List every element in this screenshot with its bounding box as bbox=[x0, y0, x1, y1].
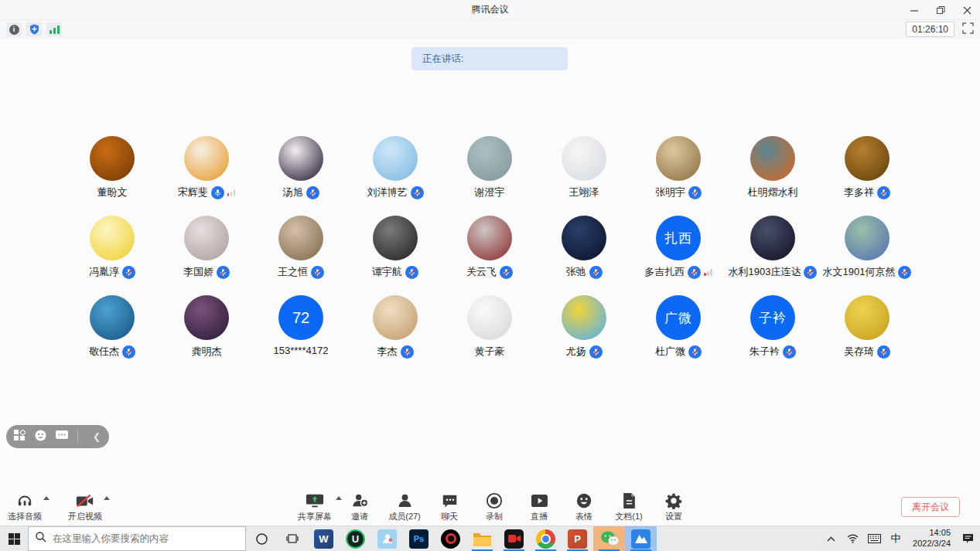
participant-tile[interactable]: 王之恒 bbox=[254, 216, 348, 279]
participant-avatar bbox=[562, 216, 606, 260]
participant-tile[interactable]: 谢澄宇 bbox=[442, 136, 537, 199]
meeting-toolbar: 选择音频开启视频 共享屏幕邀请成员(27)聊天录制直播表情文档(1)设置 离开会… bbox=[0, 489, 980, 525]
toolbar-share-screen-button[interactable]: 共享屏幕 bbox=[292, 491, 337, 522]
tray-expand-icon[interactable] bbox=[821, 526, 840, 551]
taskbar-app-photoshop-icon[interactable]: Ps bbox=[403, 526, 435, 551]
search-input[interactable] bbox=[53, 533, 238, 544]
participant-name: 刘洋博艺 bbox=[367, 185, 408, 199]
meeting-info-icon[interactable]: i bbox=[6, 22, 22, 36]
record-icon bbox=[486, 491, 503, 510]
captions-icon[interactable] bbox=[56, 430, 68, 444]
chat-icon bbox=[442, 491, 458, 510]
network-signal-icon[interactable] bbox=[46, 22, 62, 36]
dropdown-caret-icon[interactable] bbox=[104, 496, 110, 500]
participant-tile[interactable]: 子衿朱子衿 bbox=[726, 295, 820, 359]
participant-tile[interactable]: 李国娇 bbox=[159, 216, 254, 279]
taskbar-app-powerpoint-icon[interactable]: P bbox=[562, 526, 593, 551]
dropdown-caret-icon[interactable] bbox=[43, 496, 50, 500]
participant-name: 龚明杰 bbox=[192, 345, 222, 359]
participant-tile[interactable]: 龚明杰 bbox=[159, 295, 254, 359]
taskbar-app-explorer-icon[interactable] bbox=[466, 526, 498, 551]
toolbar-settings-button[interactable]: 设置 bbox=[651, 491, 696, 522]
action-center-icon[interactable] bbox=[958, 526, 977, 551]
security-shield-icon[interactable] bbox=[26, 22, 42, 36]
taskbar-app-word-icon[interactable]: W bbox=[308, 526, 340, 551]
participant-avatar bbox=[562, 136, 606, 181]
toolbar-chat-button[interactable]: 聊天 bbox=[427, 491, 472, 522]
meeting-timer: 01:26:10 bbox=[906, 22, 954, 37]
touch-keyboard-icon[interactable] bbox=[865, 526, 883, 551]
mic-muted-icon bbox=[122, 345, 135, 359]
task-view-icon[interactable] bbox=[277, 526, 308, 551]
participant-tile[interactable]: 汤旭 bbox=[254, 136, 348, 199]
gallery-layout-icon[interactable] bbox=[14, 430, 26, 444]
participant-name: 李杰 bbox=[377, 345, 398, 359]
taskbar-app-chrome-icon[interactable] bbox=[530, 526, 562, 551]
taskbar-app-meeting-icon[interactable] bbox=[625, 526, 657, 551]
participant-tile[interactable]: 李杰 bbox=[348, 295, 442, 359]
participant-tile[interactable]: 扎西多吉扎西 bbox=[631, 216, 726, 279]
toolbar-members-button[interactable]: 成员(27) bbox=[382, 491, 427, 522]
taskbar-app-wechat-icon[interactable] bbox=[593, 526, 625, 551]
participant-tile[interactable]: 张弛 bbox=[537, 216, 631, 279]
participant-tile[interactable]: 吴存琦 bbox=[820, 295, 914, 359]
participant-avatar bbox=[278, 136, 323, 181]
leave-meeting-button[interactable]: 离开会议 bbox=[901, 497, 960, 517]
reactions-icon[interactable] bbox=[35, 430, 46, 444]
taskbar-app-bluechat-icon[interactable] bbox=[371, 526, 403, 551]
collapse-pill-icon[interactable]: ❮ bbox=[87, 427, 106, 446]
minimize-button[interactable] bbox=[901, 0, 927, 20]
toolbar-record-button[interactable]: 录制 bbox=[472, 491, 517, 522]
layout-switcher-pill[interactable]: ❮ bbox=[6, 425, 109, 448]
cortana-icon[interactable] bbox=[246, 526, 277, 551]
participant-tile[interactable]: 尤扬 bbox=[537, 295, 631, 359]
taskbar-clock[interactable]: 14:05 2022/3/24 bbox=[908, 528, 955, 549]
mic-muted-icon bbox=[688, 345, 702, 359]
participant-tile[interactable]: 张明宇 bbox=[631, 136, 726, 199]
participant-tile[interactable]: 杜明熠水利 bbox=[726, 136, 820, 199]
toolbar-doc-button[interactable]: 文档(1) bbox=[606, 491, 651, 522]
ime-indicator[interactable]: 中 bbox=[886, 526, 905, 551]
participant-tile[interactable]: 宋辉斐 bbox=[159, 136, 254, 199]
close-button[interactable] bbox=[954, 0, 980, 20]
taskbar-search[interactable] bbox=[28, 526, 246, 551]
taskbar-app-recorder-icon[interactable] bbox=[498, 526, 530, 551]
participant-tile[interactable]: 敬任杰 bbox=[65, 295, 159, 359]
participant-tile[interactable]: 关云飞 bbox=[442, 216, 537, 279]
participant-name: 杜明熠水利 bbox=[748, 185, 798, 199]
windows-taskbar: WUPsP 中 14:05 2022/3/24 bbox=[0, 525, 980, 551]
participant-tile[interactable]: 谭宇航 bbox=[348, 216, 442, 279]
participant-avatar bbox=[845, 136, 890, 181]
video-off-icon bbox=[76, 491, 94, 510]
participant-avatar bbox=[90, 295, 135, 340]
toolbar-headset-button[interactable]: 选择音频 bbox=[5, 491, 45, 522]
toolbar-live-button[interactable]: 直播 bbox=[517, 491, 562, 522]
participant-tile[interactable]: 刘洋博艺 bbox=[348, 136, 442, 199]
participant-name: 吴存琦 bbox=[844, 345, 874, 359]
participant-tile[interactable]: 黄子豪 bbox=[442, 295, 537, 359]
participant-tile[interactable]: 王翊泽 bbox=[537, 136, 631, 199]
participant-tile[interactable]: 董盼文 bbox=[65, 136, 159, 199]
participant-tile[interactable]: 72153****4172 bbox=[254, 295, 348, 359]
participant-name: 敬任杰 bbox=[89, 345, 119, 359]
toolbar-item-label: 文档(1) bbox=[615, 511, 642, 522]
toolbar-item-label: 直播 bbox=[531, 511, 548, 522]
taskbar-app-redcam-icon[interactable] bbox=[435, 526, 466, 551]
mic-muted-icon bbox=[411, 186, 424, 199]
wifi-icon[interactable] bbox=[843, 526, 862, 551]
taskbar-app-utools-icon[interactable]: U bbox=[340, 526, 371, 551]
participant-tile[interactable]: 广微杜广微 bbox=[631, 295, 726, 359]
restore-button[interactable] bbox=[927, 0, 954, 20]
doc-icon bbox=[622, 491, 637, 510]
mic-muted-icon bbox=[217, 266, 230, 279]
participant-tile[interactable]: 水文1901何京然 bbox=[820, 216, 914, 279]
fullscreen-icon[interactable] bbox=[962, 22, 974, 37]
participant-tile[interactable]: 冯胤淳 bbox=[65, 216, 159, 279]
toolbar-video-off-button[interactable]: 开启视频 bbox=[65, 491, 105, 522]
toolbar-invite-button[interactable]: 邀请 bbox=[337, 491, 382, 522]
participant-tile[interactable]: 水利1903庄连达 bbox=[726, 216, 820, 279]
start-button[interactable] bbox=[0, 526, 28, 551]
participant-tile[interactable]: 李多祥 bbox=[820, 136, 914, 199]
mic-muted-icon bbox=[877, 186, 890, 199]
toolbar-emoji-button[interactable]: 表情 bbox=[562, 491, 606, 522]
